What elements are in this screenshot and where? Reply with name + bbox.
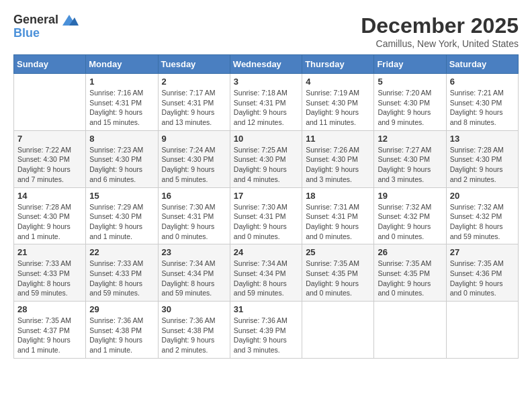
calendar-cell <box>14 74 86 131</box>
day-number: 23 <box>162 247 226 257</box>
day-info: Sunrise: 7:35 AMSunset: 4:37 PMDaylight:… <box>17 316 82 355</box>
day-number: 22 <box>89 247 154 257</box>
calendar-cell: 4Sunrise: 7:19 AMSunset: 4:30 PMDaylight… <box>302 74 374 131</box>
day-number: 3 <box>234 77 298 87</box>
day-number: 30 <box>162 304 226 314</box>
day-info: Sunrise: 7:32 AMSunset: 4:32 PMDaylight:… <box>378 202 442 242</box>
calendar-cell: 5Sunrise: 7:20 AMSunset: 4:30 PMDaylight… <box>374 74 446 131</box>
calendar-cell: 12Sunrise: 7:27 AMSunset: 4:30 PMDayligh… <box>374 130 446 187</box>
page-header: General Blue December 2025 Camillus, New… <box>13 13 519 49</box>
calendar-cell: 14Sunrise: 7:28 AMSunset: 4:30 PMDayligh… <box>14 187 86 244</box>
calendar-cell: 29Sunrise: 7:36 AMSunset: 4:38 PMDayligh… <box>86 302 158 359</box>
calendar-cell: 26Sunrise: 7:35 AMSunset: 4:35 PMDayligh… <box>374 244 446 302</box>
logo-blue: Blue <box>13 27 79 40</box>
day-info: Sunrise: 7:36 AMSunset: 4:38 PMDaylight:… <box>162 316 226 355</box>
calendar-cell: 3Sunrise: 7:18 AMSunset: 4:31 PMDaylight… <box>230 74 302 131</box>
calendar-cell: 7Sunrise: 7:22 AMSunset: 4:30 PMDaylight… <box>14 130 86 187</box>
col-header-tuesday: Tuesday <box>158 55 230 74</box>
day-number: 29 <box>89 304 154 314</box>
day-number: 31 <box>234 304 298 314</box>
day-number: 6 <box>450 77 515 87</box>
day-number: 19 <box>378 191 442 201</box>
calendar-cell: 18Sunrise: 7:31 AMSunset: 4:31 PMDayligh… <box>302 187 374 244</box>
calendar-cell <box>302 302 374 359</box>
day-info: Sunrise: 7:35 AMSunset: 4:35 PMDaylight:… <box>378 259 442 298</box>
day-info: Sunrise: 7:34 AMSunset: 4:34 PMDaylight:… <box>234 259 298 298</box>
col-header-saturday: Saturday <box>446 55 518 74</box>
day-info: Sunrise: 7:28 AMSunset: 4:30 PMDaylight:… <box>450 145 515 185</box>
day-info: Sunrise: 7:36 AMSunset: 4:39 PMDaylight:… <box>234 316 298 355</box>
day-info: Sunrise: 7:19 AMSunset: 4:30 PMDaylight:… <box>306 88 370 128</box>
calendar-cell: 13Sunrise: 7:28 AMSunset: 4:30 PMDayligh… <box>446 130 518 187</box>
day-number: 27 <box>450 247 515 257</box>
col-header-sunday: Sunday <box>14 55 86 74</box>
day-info: Sunrise: 7:30 AMSunset: 4:31 PMDaylight:… <box>234 202 298 242</box>
day-number: 9 <box>162 134 226 144</box>
col-header-friday: Friday <box>374 55 446 74</box>
day-info: Sunrise: 7:35 AMSunset: 4:35 PMDaylight:… <box>306 259 370 298</box>
calendar-cell: 28Sunrise: 7:35 AMSunset: 4:37 PMDayligh… <box>14 302 86 359</box>
day-info: Sunrise: 7:23 AMSunset: 4:30 PMDaylight:… <box>89 145 154 185</box>
calendar-cell: 21Sunrise: 7:33 AMSunset: 4:33 PMDayligh… <box>14 244 86 302</box>
day-number: 5 <box>378 77 442 87</box>
calendar-cell: 20Sunrise: 7:32 AMSunset: 4:32 PMDayligh… <box>446 187 518 244</box>
day-info: Sunrise: 7:21 AMSunset: 4:30 PMDaylight:… <box>450 88 515 128</box>
day-number: 20 <box>450 191 515 201</box>
day-info: Sunrise: 7:27 AMSunset: 4:30 PMDaylight:… <box>378 145 442 185</box>
calendar-cell: 27Sunrise: 7:35 AMSunset: 4:36 PMDayligh… <box>446 244 518 302</box>
day-info: Sunrise: 7:22 AMSunset: 4:30 PMDaylight:… <box>17 145 82 185</box>
month-title: December 2025 <box>361 13 519 38</box>
day-number: 11 <box>306 134 370 144</box>
day-number: 13 <box>450 134 515 144</box>
day-number: 28 <box>17 304 82 314</box>
calendar-cell: 23Sunrise: 7:34 AMSunset: 4:34 PMDayligh… <box>158 244 230 302</box>
day-info: Sunrise: 7:18 AMSunset: 4:31 PMDaylight:… <box>234 88 298 128</box>
calendar-cell: 2Sunrise: 7:17 AMSunset: 4:31 PMDaylight… <box>158 74 230 131</box>
day-number: 24 <box>234 247 298 257</box>
day-info: Sunrise: 7:31 AMSunset: 4:31 PMDaylight:… <box>306 202 370 242</box>
day-number: 21 <box>17 247 82 257</box>
day-info: Sunrise: 7:29 AMSunset: 4:30 PMDaylight:… <box>89 202 154 242</box>
day-info: Sunrise: 7:35 AMSunset: 4:36 PMDaylight:… <box>450 259 515 298</box>
day-info: Sunrise: 7:30 AMSunset: 4:31 PMDaylight:… <box>162 202 226 242</box>
calendar-cell: 9Sunrise: 7:24 AMSunset: 4:30 PMDaylight… <box>158 130 230 187</box>
calendar-cell: 15Sunrise: 7:29 AMSunset: 4:30 PMDayligh… <box>86 187 158 244</box>
day-info: Sunrise: 7:33 AMSunset: 4:33 PMDaylight:… <box>89 259 154 298</box>
day-info: Sunrise: 7:34 AMSunset: 4:34 PMDaylight:… <box>162 259 226 298</box>
calendar-cell: 16Sunrise: 7:30 AMSunset: 4:31 PMDayligh… <box>158 187 230 244</box>
calendar-cell: 19Sunrise: 7:32 AMSunset: 4:32 PMDayligh… <box>374 187 446 244</box>
calendar-cell: 25Sunrise: 7:35 AMSunset: 4:35 PMDayligh… <box>302 244 374 302</box>
calendar-cell: 1Sunrise: 7:16 AMSunset: 4:31 PMDaylight… <box>86 74 158 131</box>
day-info: Sunrise: 7:26 AMSunset: 4:30 PMDaylight:… <box>306 145 370 185</box>
day-info: Sunrise: 7:16 AMSunset: 4:31 PMDaylight:… <box>89 88 154 128</box>
calendar-cell: 6Sunrise: 7:21 AMSunset: 4:30 PMDaylight… <box>446 74 518 131</box>
calendar-cell: 11Sunrise: 7:26 AMSunset: 4:30 PMDayligh… <box>302 130 374 187</box>
day-number: 4 <box>306 77 370 87</box>
calendar-cell: 31Sunrise: 7:36 AMSunset: 4:39 PMDayligh… <box>230 302 302 359</box>
day-number: 7 <box>17 134 82 144</box>
location: Camillus, New York, United States <box>361 38 519 49</box>
day-number: 17 <box>234 191 298 201</box>
day-number: 16 <box>162 191 226 201</box>
calendar-cell <box>374 302 446 359</box>
calendar-cell: 30Sunrise: 7:36 AMSunset: 4:38 PMDayligh… <box>158 302 230 359</box>
calendar-cell: 22Sunrise: 7:33 AMSunset: 4:33 PMDayligh… <box>86 244 158 302</box>
day-number: 10 <box>234 134 298 144</box>
logo-text: General <box>13 13 79 27</box>
calendar-table: SundayMondayTuesdayWednesdayThursdayFrid… <box>13 54 519 359</box>
day-number: 25 <box>306 247 370 257</box>
day-number: 14 <box>17 191 82 201</box>
col-header-monday: Monday <box>86 55 158 74</box>
calendar-cell: 24Sunrise: 7:34 AMSunset: 4:34 PMDayligh… <box>230 244 302 302</box>
calendar-cell: 17Sunrise: 7:30 AMSunset: 4:31 PMDayligh… <box>230 187 302 244</box>
logo: General Blue <box>13 13 79 40</box>
calendar-cell: 10Sunrise: 7:25 AMSunset: 4:30 PMDayligh… <box>230 130 302 187</box>
day-info: Sunrise: 7:32 AMSunset: 4:32 PMDaylight:… <box>450 202 515 242</box>
day-info: Sunrise: 7:24 AMSunset: 4:30 PMDaylight:… <box>162 145 226 185</box>
day-info: Sunrise: 7:17 AMSunset: 4:31 PMDaylight:… <box>162 88 226 128</box>
calendar-cell: 8Sunrise: 7:23 AMSunset: 4:30 PMDaylight… <box>86 130 158 187</box>
day-number: 1 <box>89 77 154 87</box>
day-info: Sunrise: 7:20 AMSunset: 4:30 PMDaylight:… <box>378 88 442 128</box>
day-info: Sunrise: 7:33 AMSunset: 4:33 PMDaylight:… <box>17 259 82 298</box>
col-header-wednesday: Wednesday <box>230 55 302 74</box>
